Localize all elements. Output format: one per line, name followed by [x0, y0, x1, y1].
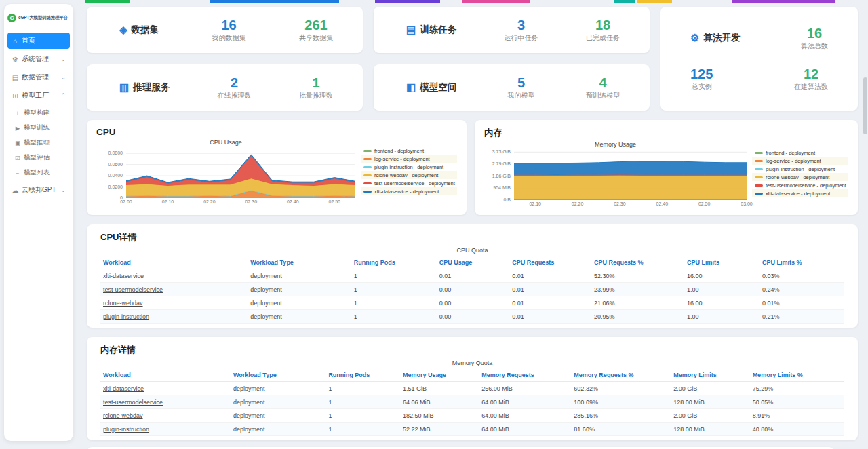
legend-item[interactable]: log-service - deployment	[361, 155, 457, 163]
column-header[interactable]: Memory Limits %	[750, 369, 844, 382]
memory-y-axis: 0 B954 MiB1.86 GiB2.79 GiB3.73 GiB	[484, 150, 514, 200]
cpu-usage-chart[interactable]	[126, 148, 355, 198]
main-content: ◈ 数据集 16 我的数据集 261 共享数据集 ▤ 训练任务 3 运行中任务	[87, 7, 858, 449]
legend-label: frontend - deployment	[374, 148, 424, 154]
legend-item[interactable]: log-service - deployment	[752, 157, 848, 165]
memory-chart-title: Memory Usage	[484, 141, 747, 148]
sidebar-item-model-inference[interactable]: ▣ 模型推理	[11, 136, 70, 150]
memory-panel: 内存 Memory Usage 0 B954 MiB1.86 GiB2.79 G…	[475, 120, 858, 215]
table-cell: 1.00	[684, 310, 760, 324]
sidebar-item-label: 模型评估	[24, 153, 66, 162]
column-header[interactable]: Running Pods	[326, 369, 400, 382]
table-cell: 1	[351, 310, 437, 324]
cpu-y-axis: 00.02000.04000.06000.0800	[96, 148, 126, 198]
workload-link[interactable]: rclone-webdav	[100, 409, 231, 423]
sidebar-item-label: 数据管理	[22, 73, 58, 82]
legend-item[interactable]: rclone-webdav - deployment	[361, 171, 457, 179]
sidebar-item-model-build[interactable]: + 模型构建	[11, 106, 70, 120]
stat-batch-inference: 1 批量推理数	[299, 75, 333, 100]
column-header[interactable]: Memory Requests %	[571, 369, 671, 382]
memory-usage-chart[interactable]	[514, 150, 747, 200]
stat-pretrained-models: 4 预训练模型	[586, 75, 620, 100]
legend-item[interactable]: test-usermodelservice - deployment	[752, 181, 848, 189]
sidebar-item-data-management[interactable]: ▤ 数据管理 ⌄	[7, 69, 70, 85]
table-row: rclone-webdavdeployment1182.50 MiB64.00 …	[100, 409, 844, 423]
table-cell: deployment	[231, 423, 326, 436]
workload-link[interactable]: plugin-instruction	[100, 310, 248, 324]
stat-value: 1	[299, 75, 333, 90]
table-cell: 1	[351, 269, 437, 283]
column-header[interactable]: Workload Type	[231, 369, 326, 382]
column-header[interactable]: Memory Requests	[479, 369, 571, 382]
table-header-row: WorkloadWorkload TypeRunning PodsCPU Usa…	[100, 256, 844, 269]
table-cell: 0.01	[509, 283, 591, 296]
table-cell: 64.00 MiB	[479, 423, 571, 436]
sidebar-item-model-train[interactable]: ▶ 模型训练	[11, 121, 70, 135]
column-header[interactable]: Workload	[100, 256, 248, 269]
scrollbar-thumb[interactable]	[863, 77, 867, 134]
table-row: test-usermodelservicedeployment164.06 Mi…	[100, 395, 844, 409]
sidebar-item-model-factory[interactable]: ⊞ 模型工厂 ⌃	[7, 87, 70, 104]
legend-label: xlti-dataservice - deployment	[374, 189, 439, 195]
sidebar-item-system-management[interactable]: ⚙ 系统管理 ⌄	[7, 51, 70, 67]
table-cell: 40.80%	[750, 423, 844, 436]
workload-link[interactable]: plugin-instruction	[100, 423, 231, 436]
table-cell: 0.00	[437, 283, 510, 296]
column-header[interactable]: Memory Usage	[400, 369, 479, 382]
column-header[interactable]: Running Pods	[351, 256, 437, 269]
sidebar-item-home[interactable]: ⌂ 首页	[7, 33, 70, 49]
column-header[interactable]: Workload	[100, 369, 231, 382]
dataset-icon: ◈	[119, 24, 127, 36]
workload-link[interactable]: xlti-dataservice	[100, 269, 248, 283]
x-axis-label: 02:40	[656, 201, 669, 206]
sidebar-item-cloud-gpt[interactable]: ☁ 云联邦GPT ⌄	[7, 182, 70, 198]
x-axis-label: 02:30	[245, 199, 258, 204]
memory-details-title: 内存详情	[100, 344, 844, 356]
legend-item[interactable]: plugin-instruction - deployment	[361, 163, 457, 171]
stat-algorithms-in-progress: 12 在建算法数	[794, 66, 828, 92]
column-header[interactable]: CPU Limits %	[760, 256, 844, 269]
stat-title-label: 数据集	[132, 24, 159, 36]
top-strip-segment	[732, 0, 835, 3]
sidebar-item-model-evaluate[interactable]: ☑ 模型评估	[11, 151, 70, 165]
legend-label: rclone-webdav - deployment	[374, 172, 438, 178]
inference-service-card-title: ▥ 推理服务	[119, 81, 170, 94]
column-header[interactable]: CPU Requests	[509, 256, 591, 269]
table-cell: deployment	[231, 395, 326, 409]
workload-link[interactable]: test-usermodelservice	[100, 283, 248, 296]
legend-item[interactable]: frontend - deployment	[752, 149, 848, 157]
table-cell: 0.03%	[760, 269, 844, 283]
column-header[interactable]: CPU Requests %	[591, 256, 684, 269]
stat-value: 5	[508, 75, 535, 90]
legend-item[interactable]: xlti-dataservice - deployment	[752, 189, 848, 197]
legend-color-marker	[755, 152, 763, 154]
legend-item[interactable]: rclone-webdav - deployment	[752, 173, 848, 181]
legend-item[interactable]: test-usermodelservice - deployment	[361, 179, 457, 187]
table-cell: 21.06%	[591, 296, 684, 310]
stat-value: 16	[212, 18, 246, 33]
stat-value: 3	[505, 18, 538, 33]
workload-link[interactable]: xlti-dataservice	[100, 382, 231, 395]
stat-label: 在线推理数	[218, 91, 252, 100]
table-cell: deployment	[231, 382, 326, 395]
workload-link[interactable]: test-usermodelservice	[100, 395, 231, 409]
y-axis-label: 1.86 GiB	[492, 174, 511, 178]
column-header[interactable]: Memory Limits	[671, 369, 749, 382]
legend-item[interactable]: plugin-instruction - deployment	[752, 165, 848, 173]
table-row: plugin-instructiondeployment152.22 MiB64…	[100, 423, 844, 436]
table-row: xlti-dataservicedeployment10.010.0152.30…	[100, 269, 844, 283]
database-icon: ▤	[12, 74, 19, 81]
workload-link[interactable]: rclone-webdav	[100, 296, 248, 310]
legend-item[interactable]: frontend - deployment	[361, 147, 457, 155]
page-scrollbar	[863, 0, 867, 449]
column-header[interactable]: CPU Limits	[684, 256, 760, 269]
sidebar-item-model-list[interactable]: ≡ 模型列表	[11, 165, 70, 180]
model-inference-icon: ▣	[14, 140, 21, 147]
column-header[interactable]: CPU Usage	[437, 256, 510, 269]
stat-label: 我的模型	[508, 91, 535, 100]
inference-service-icon: ▥	[119, 81, 129, 94]
legend-color-marker	[363, 150, 372, 152]
legend-item[interactable]: xlti-dataservice - deployment	[361, 187, 457, 195]
chevron-down-icon: ⌄	[60, 187, 66, 193]
column-header[interactable]: Workload Type	[248, 256, 351, 269]
